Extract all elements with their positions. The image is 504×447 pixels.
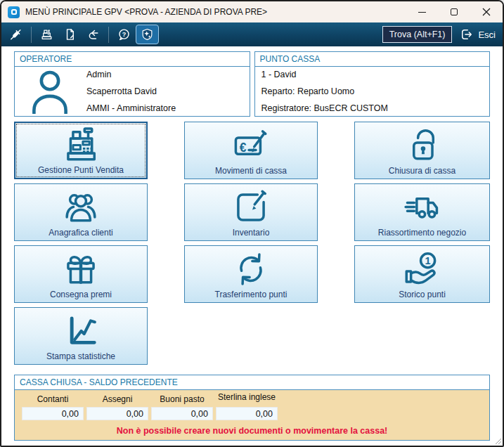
title-bar: MENÙ PRINCIPALE GPV <PROVA - AZIENDA DI …: [1, 1, 503, 22]
app-logo-icon: [8, 6, 20, 18]
minimize-button[interactable]: [406, 1, 438, 22]
menu-button-movimenti-di-cassa[interactable]: € Movimenti di cassa: [184, 122, 318, 179]
open-lock-icon: [402, 122, 443, 167]
maximize-button[interactable]: [438, 1, 470, 22]
menu-button-label: Inventario: [233, 228, 270, 240]
hand-coin-icon: 1: [402, 246, 443, 290]
line-chart-icon: [60, 308, 101, 352]
field-label: Contanti: [22, 394, 84, 404]
menu-button-label: Riassortimento negozio: [378, 228, 466, 240]
menu-button-label: Stampa statistiche: [46, 352, 115, 364]
help-icon: ?: [117, 27, 131, 42]
svg-text:?: ?: [122, 31, 127, 38]
cash-closed-warning: Non è possibile creare nuovi documenti o…: [22, 426, 482, 436]
menu-button-label: Movimenti di cassa: [215, 167, 287, 179]
edit-square-icon: [231, 184, 271, 228]
balance-field-buoni-pasto: Buoni pasto 0,00: [151, 394, 213, 420]
close-button[interactable]: [470, 1, 503, 22]
cash-register-icon: [60, 123, 101, 166]
menu-button-label: Chiusura di cassa: [389, 167, 455, 179]
resize-grip[interactable]: [495, 438, 502, 445]
contanti-value-field[interactable]: 0,00: [22, 407, 84, 420]
menu-button-inventario[interactable]: Inventario: [184, 183, 318, 241]
field-label: Sterlina inglese: [216, 392, 278, 402]
toolbar-separator: [31, 27, 32, 43]
logout-icon: [460, 27, 474, 41]
menu-button-chiusura-di-cassa[interactable]: Chiusura di cassa: [354, 122, 490, 179]
person-icon: [25, 70, 75, 114]
operator-info: Admin Scaperrotta David AMMI - Amministr…: [79, 70, 176, 113]
undo-arrow-icon: [86, 27, 100, 42]
cash-status-body: Contanti 0,00 Assegni 0,00 Buoni pasto 0…: [15, 390, 489, 440]
cash-point-panel-title: PUNTO CASSA: [255, 52, 490, 67]
sterlina-inglese-value-field[interactable]: 0,00: [216, 407, 278, 420]
connection-button[interactable]: [4, 25, 27, 44]
menu-button-label: Trasferimento punti: [215, 290, 287, 302]
app-window: MENÙ PRINCIPALE GPV <PROVA - AZIENDA DI …: [0, 0, 504, 447]
menu-button-riassortimento-negozio[interactable]: Riassortimento negozio: [354, 183, 490, 241]
assegni-value-field[interactable]: 0,00: [86, 407, 148, 420]
menu-grid: Gestione Punti Vendita € Movimenti di ca…: [14, 122, 490, 365]
refresh-arrows-icon: [231, 246, 271, 290]
field-label: Buoni pasto: [151, 394, 213, 404]
menu-button-gestione-punti-vendita[interactable]: Gestione Punti Vendita: [14, 122, 148, 179]
main-content: OPERATORE Admin Scaperrotta David: [1, 46, 503, 447]
buoni-pasto-value-field[interactable]: 0,00: [151, 407, 213, 420]
exit-label: Esci: [478, 30, 496, 40]
undo-button[interactable]: [82, 25, 105, 44]
operator-role: AMMI - Amministratore: [86, 103, 176, 113]
menu-button-stampa-statistiche[interactable]: Stampa statistiche: [14, 307, 148, 365]
plug-icon: [9, 27, 22, 42]
menu-button-consegna-premi[interactable]: Consegna premi: [14, 245, 148, 303]
operator-panel: OPERATORE Admin Scaperrotta David: [14, 51, 250, 117]
balance-fields: Contanti 0,00 Assegni 0,00 Buoni pasto 0…: [22, 394, 482, 420]
operator-username: Admin: [86, 70, 176, 79]
menu-button-label: Storico punti: [399, 290, 446, 302]
cash-register-small-icon: [40, 27, 53, 42]
new-document-button[interactable]: [58, 25, 82, 44]
cash-point-register: Registratore: BusECR CUSTOM: [261, 103, 484, 113]
cash-status-panel: CASSA CHIUSA - SALDO PRECEDENTE Contanti…: [14, 375, 490, 441]
balance-field-assegni: Assegni 0,00: [86, 394, 148, 420]
search-shortcut-box[interactable]: Trova (Alt+F1): [382, 26, 453, 43]
menu-button-anagrafica-clienti[interactable]: Anagrafica clienti: [14, 183, 148, 241]
menu-button-storico-punti[interactable]: 1 Storico punti: [354, 245, 490, 303]
operator-panel-title: OPERATORE: [15, 52, 250, 67]
cash-register-toolbar-button[interactable]: [35, 25, 58, 44]
people-icon: [60, 184, 101, 228]
balance-field-contanti: Contanti 0,00: [22, 394, 84, 420]
operator-panel-body: Admin Scaperrotta David AMMI - Amministr…: [15, 67, 250, 116]
menu-button-label: Gestione Punti Vendita: [38, 166, 124, 178]
svg-text:€: €: [240, 140, 247, 154]
minimize-icon: [418, 12, 426, 13]
shield-sparkle-icon: [141, 27, 154, 42]
menu-button-trasferimento-punti[interactable]: Trasferimento punti: [184, 245, 318, 303]
info-panels-row: OPERATORE Admin Scaperrotta David: [14, 51, 490, 117]
document-icon: [63, 27, 77, 42]
help-button[interactable]: ?: [112, 25, 136, 44]
window-title: MENÙ PRINCIPALE GPV <PROVA - AZIENDA DI …: [25, 7, 267, 17]
cash-point-id: 1 - David: [261, 70, 484, 79]
toolbar: ? Trova (Alt+F1) Esci: [1, 22, 503, 46]
assistant-button[interactable]: [136, 25, 159, 44]
balance-field-sterlina-inglese: Sterlina inglese 0,00: [216, 394, 278, 420]
gift-icon: [60, 246, 101, 290]
window-controls: [406, 1, 503, 22]
svg-text:1: 1: [425, 255, 430, 266]
field-label: Assegni: [86, 394, 148, 404]
cash-point-panel-body: 1 - David Reparto: Reparto Uomo Registra…: [255, 67, 490, 116]
menu-button-label: Anagrafica clienti: [49, 228, 112, 240]
delivery-truck-icon: [402, 184, 443, 228]
menu-button-label: Consegna premi: [50, 290, 112, 302]
operator-fullname: Scaperrotta David: [86, 86, 176, 96]
exit-button[interactable]: Esci: [458, 27, 497, 41]
check-pencil-icon: €: [231, 122, 271, 167]
cash-status-title: CASSA CHIUSA - SALDO PRECEDENTE: [15, 375, 489, 390]
toolbar-separator: [108, 27, 109, 43]
maximize-icon: [451, 8, 458, 15]
cash-point-department: Reparto: Reparto Uomo: [261, 86, 484, 96]
close-icon: [482, 8, 491, 16]
cash-point-panel: PUNTO CASSA 1 - David Reparto: Reparto U…: [254, 51, 491, 117]
